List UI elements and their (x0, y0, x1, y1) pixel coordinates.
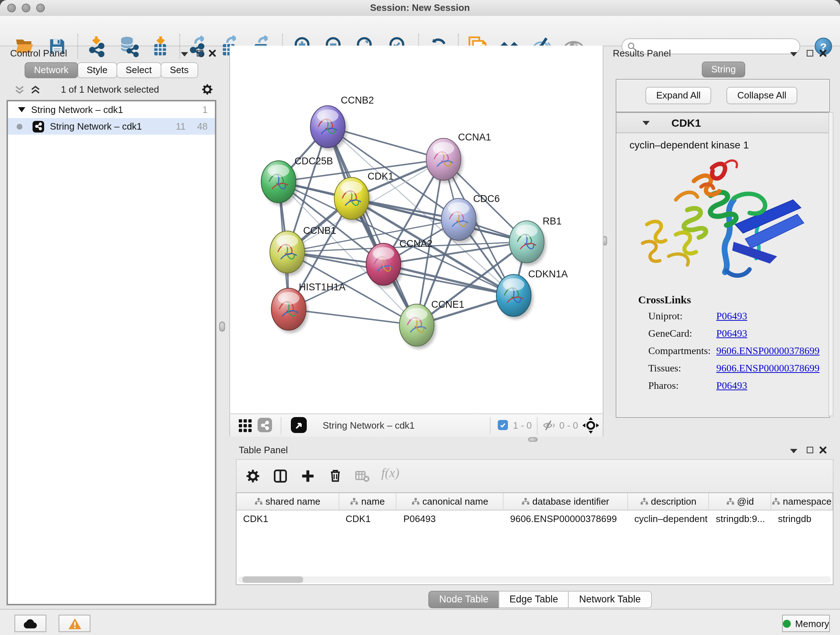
node-label-CCNB1: CCNB1 (303, 225, 336, 236)
status-bar: Memory (0, 609, 840, 635)
node-CCNA1[interactable]: CCNA1 (426, 132, 491, 183)
open-in-window-button[interactable] (291, 417, 307, 433)
node-CDC25B[interactable]: CDC25B (261, 156, 333, 206)
cloud-button[interactable] (14, 615, 46, 632)
control-tab-select[interactable]: Select (116, 62, 161, 78)
bottom-splitter-handle[interactable] (528, 437, 538, 442)
network-selection-summary: 1 of 1 Network selected (3, 84, 217, 95)
column-header--id[interactable]: @id (709, 493, 772, 510)
results-panel-float-icon[interactable] (807, 50, 813, 57)
column-header-canonical-name[interactable]: canonical name (397, 493, 504, 510)
protein-structure-image (625, 155, 821, 287)
table-row[interactable]: CDK1CDK1P064939606.ENSP00000378699cyclin… (237, 510, 833, 526)
network-collection-row[interactable]: String Network – cdk1 1 (8, 101, 215, 118)
network-graph[interactable]: CCNB2CCNA1CDC25BCDK1CDC6RB1CCNB1CCNA2CDK… (230, 46, 603, 412)
function-builder-fx-icon: f(x) (381, 466, 399, 481)
node-CCNA2[interactable]: CCNA2 (366, 238, 433, 288)
column-header-database-identifier[interactable]: database identifier (504, 493, 628, 510)
network-edge-count: 48 (197, 121, 208, 132)
expand-all-button[interactable]: Expand All (645, 87, 712, 104)
table-panel-float-icon[interactable] (807, 447, 813, 453)
network-row[interactable]: String Network – cdk1 11 48 (8, 118, 215, 135)
tree-expander-icon[interactable] (18, 107, 25, 112)
table-cell: P06493 (397, 510, 504, 526)
control-panel: Control Panel NetworkStyleSelectSets 1 o… (3, 46, 217, 609)
table-panel: Table Panel f(x) (232, 443, 834, 609)
table-panel-close-icon[interactable] (819, 446, 827, 454)
crosslink-link[interactable]: 9606.ENSP00000378699 (716, 363, 819, 374)
separator (537, 417, 538, 434)
node-CCNB2[interactable]: CCNB2 (310, 95, 374, 150)
window-titlebar: Session: New Session (0, 0, 840, 17)
memory-label: Memory (795, 618, 829, 629)
table-gear-icon[interactable] (245, 469, 261, 484)
results-panel-title: Results Panel (613, 48, 671, 59)
memory-button[interactable]: Memory (782, 615, 830, 632)
control-panel-close-icon[interactable] (208, 49, 216, 57)
results-scrollbar[interactable] (829, 112, 834, 416)
control-tab-style[interactable]: Style (77, 62, 117, 78)
gene-header[interactable]: CDK1 (616, 113, 829, 133)
main-toolbar: ? (0, 16, 840, 46)
edge-CCNB2-CCNE1[interactable] (328, 127, 417, 325)
fit-selected-crosshair-icon[interactable] (583, 417, 599, 434)
gene-expander-icon[interactable] (643, 121, 650, 125)
window-zoom-button[interactable] (36, 4, 45, 12)
window-minimize-button[interactable] (22, 4, 30, 12)
column-header-shared-name[interactable]: shared name (237, 493, 339, 510)
add-column-icon[interactable] (300, 469, 316, 484)
left-splitter-handle[interactable] (219, 321, 225, 332)
cloud-icon (22, 618, 38, 629)
crosslink-row: Pharos:P06493 (648, 380, 829, 392)
control-panel-tabbar: NetworkStyleSelectSets (25, 62, 197, 78)
tab-edge-table[interactable]: Edge Table (499, 591, 569, 608)
network-view-title: String Network – cdk1 (323, 420, 415, 431)
network-view-icon[interactable] (257, 418, 272, 432)
table-header-row[interactable]: shared namenamecanonical namedatabase id… (237, 493, 833, 510)
show-columns-icon[interactable] (273, 469, 288, 484)
results-tab-string[interactable]: String (702, 62, 745, 78)
tab-node-table[interactable]: Node Table (428, 591, 499, 608)
collapse-all-button[interactable]: Collapse All (726, 87, 797, 104)
selected-checkbox-icon[interactable] (498, 420, 508, 430)
control-tab-sets[interactable]: Sets (160, 62, 198, 78)
delete-column-trash-icon[interactable] (328, 468, 343, 483)
results-panel-close-icon[interactable] (819, 49, 827, 57)
table-panel-title: Table Panel (239, 445, 288, 455)
crosslink-link[interactable]: P06493 (716, 328, 747, 340)
crosslinks-title: CrossLinks (616, 287, 829, 310)
warnings-button[interactable] (58, 615, 90, 632)
node-CDC6[interactable]: CDC6 (441, 193, 500, 243)
table-hscrollbar[interactable] (238, 576, 831, 583)
crosslink-link[interactable]: P06493 (716, 310, 747, 322)
column-header-namespace[interactable]: namespace (771, 493, 833, 510)
tab-network-table[interactable]: Network Table (568, 591, 652, 608)
control-panel-float-icon[interactable] (197, 50, 203, 57)
network-collection-label: String Network – cdk1 (31, 104, 123, 115)
crosslink-row: Tissues:9606.ENSP00000378699 (648, 363, 829, 374)
window-close-button[interactable] (7, 4, 16, 12)
column-header-description[interactable]: description (628, 493, 709, 510)
hidden-count: 0 - 0 (559, 420, 578, 431)
node-CDKN1A[interactable]: CDKN1A (496, 269, 568, 319)
crosslink-label: Uniprot: (648, 310, 716, 322)
crosslink-link[interactable]: 9606.ENSP00000378699 (716, 345, 819, 357)
network-options-gear-icon[interactable] (201, 83, 213, 96)
node-CDK1[interactable]: CDK1 (334, 171, 393, 222)
column-header-name[interactable]: name (339, 493, 397, 510)
results-actions-box: Expand All Collapse All (616, 79, 830, 112)
network-canvas[interactable]: CCNB2CCNA1CDC25BCDK1CDC6RB1CCNB1CCNA2CDK… (229, 46, 603, 413)
node-RB1[interactable]: RB1 (509, 216, 562, 266)
control-panel-menu-icon[interactable] (181, 52, 188, 57)
grid-view-icon[interactable] (239, 419, 252, 432)
control-tab-network[interactable]: Network (25, 62, 78, 78)
node-CCNE1[interactable]: CCNE1 (399, 299, 464, 349)
crosslink-label: Pharos: (648, 380, 716, 392)
table-hscrollbar-thumb[interactable] (242, 576, 303, 583)
crosslink-link[interactable]: P06493 (716, 380, 747, 392)
node-HIST1H1A[interactable]: HIST1H1A (271, 282, 346, 333)
table-panel-menu-icon[interactable] (790, 449, 797, 453)
node-label-CDC6: CDC6 (473, 193, 500, 204)
results-panel-menu-icon[interactable] (790, 52, 797, 57)
table-cell: cyclin–dependent ... (628, 510, 709, 526)
